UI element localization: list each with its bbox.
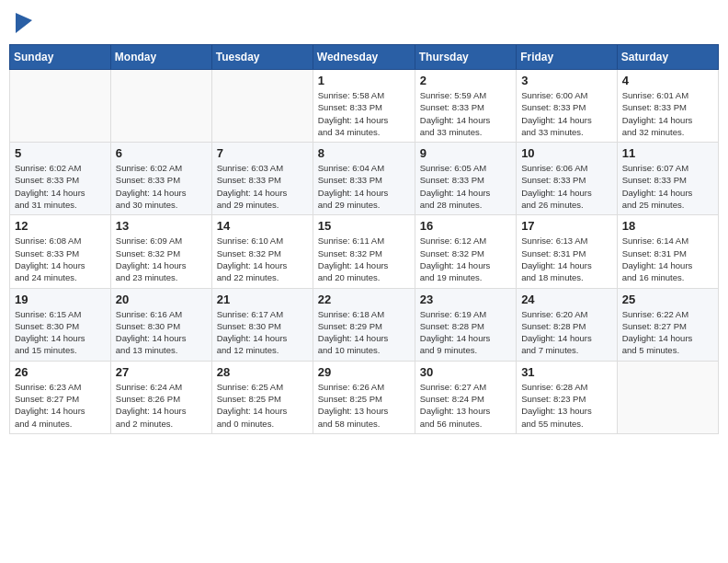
- calendar-cell: [10, 70, 111, 143]
- day-number: 11: [622, 146, 713, 160]
- day-header-friday: Friday: [517, 45, 618, 70]
- calendar-week-row: 26Sunrise: 6:23 AM Sunset: 8:27 PM Dayli…: [10, 361, 719, 433]
- page-header: [9, 9, 719, 37]
- calendar-cell: 27Sunrise: 6:24 AM Sunset: 8:26 PM Dayli…: [110, 361, 211, 433]
- calendar-cell: 28Sunrise: 6:25 AM Sunset: 8:25 PM Dayli…: [211, 361, 313, 433]
- day-info: Sunrise: 6:01 AM Sunset: 8:33 PM Dayligh…: [622, 89, 713, 138]
- day-header-sunday: Sunday: [10, 45, 111, 70]
- day-header-wednesday: Wednesday: [313, 45, 415, 70]
- day-info: Sunrise: 6:07 AM Sunset: 8:33 PM Dayligh…: [622, 162, 713, 211]
- day-number: 4: [622, 74, 713, 87]
- day-number: 22: [318, 293, 410, 306]
- calendar-cell: 24Sunrise: 6:20 AM Sunset: 8:28 PM Dayli…: [517, 288, 618, 361]
- calendar-cell: 3Sunrise: 6:00 AM Sunset: 8:33 PM Daylig…: [517, 70, 618, 143]
- day-number: 1: [318, 74, 410, 87]
- calendar-cell: 10Sunrise: 6:06 AM Sunset: 8:33 PM Dayli…: [517, 143, 618, 215]
- day-info: Sunrise: 6:14 AM Sunset: 8:31 PM Dayligh…: [622, 235, 713, 283]
- day-info: Sunrise: 6:12 AM Sunset: 8:32 PM Dayligh…: [420, 235, 511, 283]
- day-info: Sunrise: 5:58 AM Sunset: 8:33 PM Dayligh…: [318, 89, 410, 138]
- day-info: Sunrise: 6:15 AM Sunset: 8:30 PM Dayligh…: [15, 308, 106, 357]
- day-info: Sunrise: 6:19 AM Sunset: 8:28 PM Dayligh…: [420, 308, 511, 357]
- day-info: Sunrise: 6:28 AM Sunset: 8:23 PM Dayligh…: [521, 381, 612, 430]
- day-number: 17: [521, 219, 612, 233]
- calendar-cell: 7Sunrise: 6:03 AM Sunset: 8:33 PM Daylig…: [211, 143, 313, 215]
- calendar-cell: 17Sunrise: 6:13 AM Sunset: 8:31 PM Dayli…: [517, 215, 618, 288]
- day-number: 14: [217, 219, 308, 233]
- day-info: Sunrise: 6:02 AM Sunset: 8:33 PM Dayligh…: [116, 162, 207, 211]
- day-number: 18: [622, 219, 713, 233]
- day-info: Sunrise: 6:13 AM Sunset: 8:31 PM Dayligh…: [521, 235, 612, 283]
- day-info: Sunrise: 6:11 AM Sunset: 8:32 PM Dayligh…: [318, 235, 410, 283]
- day-info: Sunrise: 6:18 AM Sunset: 8:29 PM Dayligh…: [318, 308, 410, 357]
- day-info: Sunrise: 6:09 AM Sunset: 8:32 PM Dayligh…: [116, 235, 207, 283]
- calendar-cell: 8Sunrise: 6:04 AM Sunset: 8:33 PM Daylig…: [313, 143, 415, 215]
- day-number: 6: [116, 146, 207, 160]
- day-number: 9: [420, 146, 511, 160]
- calendar-cell: 5Sunrise: 6:02 AM Sunset: 8:33 PM Daylig…: [10, 143, 111, 215]
- day-info: Sunrise: 6:17 AM Sunset: 8:30 PM Dayligh…: [217, 308, 308, 357]
- calendar-week-row: 5Sunrise: 6:02 AM Sunset: 8:33 PM Daylig…: [10, 143, 719, 215]
- calendar-cell: 11Sunrise: 6:07 AM Sunset: 8:33 PM Dayli…: [617, 143, 718, 215]
- calendar-cell: 13Sunrise: 6:09 AM Sunset: 8:32 PM Dayli…: [110, 215, 211, 288]
- svg-marker-0: [16, 13, 32, 33]
- calendar-cell: 14Sunrise: 6:10 AM Sunset: 8:32 PM Dayli…: [211, 215, 313, 288]
- calendar-cell: 4Sunrise: 6:01 AM Sunset: 8:33 PM Daylig…: [617, 70, 718, 143]
- day-info: Sunrise: 6:23 AM Sunset: 8:27 PM Dayligh…: [15, 381, 106, 430]
- day-info: Sunrise: 5:59 AM Sunset: 8:33 PM Dayligh…: [420, 89, 511, 138]
- day-number: 30: [420, 365, 511, 379]
- day-number: 8: [318, 146, 410, 160]
- day-number: 23: [420, 293, 511, 306]
- day-number: 29: [318, 365, 410, 379]
- day-info: Sunrise: 6:06 AM Sunset: 8:33 PM Dayligh…: [521, 162, 612, 211]
- day-info: Sunrise: 6:16 AM Sunset: 8:30 PM Dayligh…: [116, 308, 207, 357]
- logo-icon: [16, 13, 32, 33]
- day-number: 13: [116, 219, 207, 233]
- day-number: 7: [217, 146, 308, 160]
- calendar-cell: [110, 70, 211, 143]
- day-info: Sunrise: 6:00 AM Sunset: 8:33 PM Dayligh…: [521, 89, 612, 138]
- calendar-cell: 25Sunrise: 6:22 AM Sunset: 8:27 PM Dayli…: [617, 288, 718, 361]
- calendar-cell: 21Sunrise: 6:17 AM Sunset: 8:30 PM Dayli…: [211, 288, 313, 361]
- day-number: 27: [116, 365, 207, 379]
- calendar-table: SundayMondayTuesdayWednesdayThursdayFrid…: [9, 44, 719, 434]
- day-info: Sunrise: 6:02 AM Sunset: 8:33 PM Dayligh…: [15, 162, 106, 211]
- day-info: Sunrise: 6:27 AM Sunset: 8:24 PM Dayligh…: [420, 381, 511, 430]
- calendar-cell: [211, 70, 313, 143]
- day-info: Sunrise: 6:08 AM Sunset: 8:33 PM Dayligh…: [15, 235, 106, 283]
- day-number: 20: [116, 293, 207, 306]
- calendar-cell: 22Sunrise: 6:18 AM Sunset: 8:29 PM Dayli…: [313, 288, 415, 361]
- day-number: 19: [15, 293, 106, 306]
- day-number: 25: [622, 293, 713, 306]
- day-info: Sunrise: 6:20 AM Sunset: 8:28 PM Dayligh…: [521, 308, 612, 357]
- day-info: Sunrise: 6:22 AM Sunset: 8:27 PM Dayligh…: [622, 308, 713, 357]
- day-header-tuesday: Tuesday: [211, 45, 313, 70]
- day-info: Sunrise: 6:24 AM Sunset: 8:26 PM Dayligh…: [116, 381, 207, 430]
- calendar-cell: 1Sunrise: 5:58 AM Sunset: 8:33 PM Daylig…: [313, 70, 415, 143]
- day-header-thursday: Thursday: [415, 45, 516, 70]
- calendar-cell: 26Sunrise: 6:23 AM Sunset: 8:27 PM Dayli…: [10, 361, 111, 433]
- day-header-saturday: Saturday: [617, 45, 718, 70]
- day-number: 16: [420, 219, 511, 233]
- day-info: Sunrise: 6:25 AM Sunset: 8:25 PM Dayligh…: [217, 381, 308, 430]
- day-number: 28: [217, 365, 308, 379]
- day-info: Sunrise: 6:26 AM Sunset: 8:25 PM Dayligh…: [318, 381, 410, 430]
- calendar-cell: 6Sunrise: 6:02 AM Sunset: 8:33 PM Daylig…: [110, 143, 211, 215]
- day-number: 10: [521, 146, 612, 160]
- day-number: 3: [521, 74, 612, 87]
- calendar-cell: 31Sunrise: 6:28 AM Sunset: 8:23 PM Dayli…: [517, 361, 618, 433]
- calendar-cell: 18Sunrise: 6:14 AM Sunset: 8:31 PM Dayli…: [617, 215, 718, 288]
- calendar-week-row: 1Sunrise: 5:58 AM Sunset: 8:33 PM Daylig…: [10, 70, 719, 143]
- calendar-cell: 29Sunrise: 6:26 AM Sunset: 8:25 PM Dayli…: [313, 361, 415, 433]
- day-info: Sunrise: 6:03 AM Sunset: 8:33 PM Dayligh…: [217, 162, 308, 211]
- calendar-cell: [617, 361, 718, 433]
- day-info: Sunrise: 6:04 AM Sunset: 8:33 PM Dayligh…: [318, 162, 410, 211]
- calendar-cell: 12Sunrise: 6:08 AM Sunset: 8:33 PM Dayli…: [10, 215, 111, 288]
- calendar-cell: 19Sunrise: 6:15 AM Sunset: 8:30 PM Dayli…: [10, 288, 111, 361]
- calendar-week-row: 19Sunrise: 6:15 AM Sunset: 8:30 PM Dayli…: [10, 288, 719, 361]
- calendar-cell: 16Sunrise: 6:12 AM Sunset: 8:32 PM Dayli…: [415, 215, 516, 288]
- day-info: Sunrise: 6:10 AM Sunset: 8:32 PM Dayligh…: [217, 235, 308, 283]
- day-number: 31: [521, 365, 612, 379]
- day-number: 24: [521, 293, 612, 306]
- calendar-cell: 2Sunrise: 5:59 AM Sunset: 8:33 PM Daylig…: [415, 70, 516, 143]
- calendar-cell: 30Sunrise: 6:27 AM Sunset: 8:24 PM Dayli…: [415, 361, 516, 433]
